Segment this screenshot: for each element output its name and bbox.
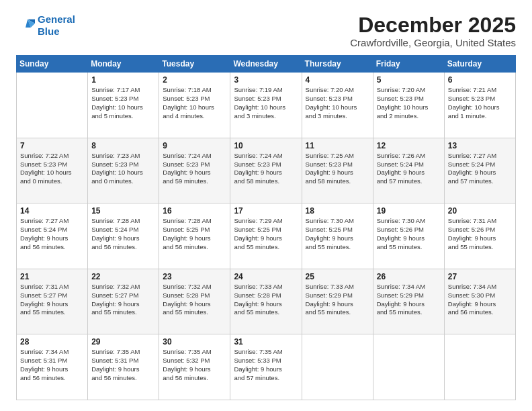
cell-content: Sunrise: 7:26 AM Sunset: 5:24 PM Dayligh… — [377, 152, 441, 186]
calendar-cell: 7Sunrise: 7:22 AM Sunset: 5:23 PM Daylig… — [17, 138, 88, 203]
calendar-cell — [373, 334, 444, 400]
day-number: 20 — [448, 206, 512, 216]
calendar-cell: 21Sunrise: 7:31 AM Sunset: 5:27 PM Dayli… — [17, 269, 88, 334]
calendar-cell: 10Sunrise: 7:24 AM Sunset: 5:23 PM Dayli… — [230, 138, 302, 203]
calendar-cell: 4Sunrise: 7:20 AM Sunset: 5:23 PM Daylig… — [302, 73, 373, 138]
day-number: 8 — [91, 141, 155, 150]
calendar-cell: 15Sunrise: 7:28 AM Sunset: 5:24 PM Dayli… — [88, 203, 159, 269]
calendar-cell: 25Sunrise: 7:33 AM Sunset: 5:29 PM Dayli… — [302, 269, 373, 334]
day-number: 21 — [20, 272, 84, 281]
logo-line2: Blue — [38, 26, 60, 37]
calendar-cell — [17, 73, 88, 138]
cell-content: Sunrise: 7:30 AM Sunset: 5:26 PM Dayligh… — [377, 217, 441, 251]
calendar-cell: 5Sunrise: 7:20 AM Sunset: 5:23 PM Daylig… — [373, 73, 444, 138]
calendar-cell: 31Sunrise: 7:35 AM Sunset: 5:33 PM Dayli… — [230, 334, 302, 400]
day-number: 10 — [234, 141, 298, 150]
cell-content: Sunrise: 7:27 AM Sunset: 5:24 PM Dayligh… — [448, 152, 512, 186]
page-subtitle: Crawfordville, Georgia, United States — [350, 37, 516, 48]
cell-content: Sunrise: 7:18 AM Sunset: 5:23 PM Dayligh… — [163, 86, 226, 120]
page-title: December 2025 — [350, 13, 516, 37]
calendar-cell — [444, 334, 515, 400]
calendar-cell: 17Sunrise: 7:29 AM Sunset: 5:25 PM Dayli… — [230, 203, 302, 269]
day-number: 22 — [91, 272, 155, 281]
day-number: 19 — [377, 206, 441, 216]
calendar-day-header: Tuesday — [159, 56, 230, 73]
logo-icon — [16, 16, 35, 35]
day-number: 30 — [163, 337, 226, 347]
day-number: 5 — [377, 75, 441, 85]
cell-content: Sunrise: 7:28 AM Sunset: 5:24 PM Dayligh… — [91, 217, 155, 251]
cell-content: Sunrise: 7:27 AM Sunset: 5:24 PM Dayligh… — [20, 217, 84, 251]
calendar-week-row: 28Sunrise: 7:34 AM Sunset: 5:31 PM Dayli… — [17, 334, 516, 400]
calendar-cell: 26Sunrise: 7:34 AM Sunset: 5:29 PM Dayli… — [373, 269, 444, 334]
logo: General Blue — [16, 13, 75, 38]
cell-content: Sunrise: 7:25 AM Sunset: 5:23 PM Dayligh… — [306, 152, 369, 186]
day-number: 7 — [20, 141, 84, 150]
calendar-cell: 27Sunrise: 7:34 AM Sunset: 5:30 PM Dayli… — [444, 269, 515, 334]
calendar-cell: 9Sunrise: 7:24 AM Sunset: 5:23 PM Daylig… — [159, 138, 230, 203]
cell-content: Sunrise: 7:22 AM Sunset: 5:23 PM Dayligh… — [20, 152, 84, 186]
day-number: 15 — [91, 206, 155, 216]
cell-content: Sunrise: 7:28 AM Sunset: 5:25 PM Dayligh… — [163, 217, 226, 251]
day-number: 27 — [448, 272, 512, 281]
cell-content: Sunrise: 7:34 AM Sunset: 5:30 PM Dayligh… — [448, 283, 512, 317]
calendar-cell: 23Sunrise: 7:32 AM Sunset: 5:28 PM Dayli… — [159, 269, 230, 334]
cell-content: Sunrise: 7:19 AM Sunset: 5:23 PM Dayligh… — [234, 86, 298, 120]
day-number: 16 — [163, 206, 226, 216]
page: General Blue December 2025 Crawfordville… — [0, 0, 532, 411]
day-number: 28 — [20, 337, 84, 347]
cell-content: Sunrise: 7:29 AM Sunset: 5:25 PM Dayligh… — [234, 217, 298, 251]
cell-content: Sunrise: 7:20 AM Sunset: 5:23 PM Dayligh… — [377, 86, 441, 120]
calendar-cell: 12Sunrise: 7:26 AM Sunset: 5:24 PM Dayli… — [373, 138, 444, 203]
calendar-cell: 16Sunrise: 7:28 AM Sunset: 5:25 PM Dayli… — [159, 203, 230, 269]
cell-content: Sunrise: 7:32 AM Sunset: 5:28 PM Dayligh… — [163, 283, 226, 317]
day-number: 11 — [306, 141, 369, 150]
cell-content: Sunrise: 7:34 AM Sunset: 5:29 PM Dayligh… — [377, 283, 441, 317]
cell-content: Sunrise: 7:20 AM Sunset: 5:23 PM Dayligh… — [306, 86, 369, 120]
calendar-cell: 13Sunrise: 7:27 AM Sunset: 5:24 PM Dayli… — [444, 138, 515, 203]
calendar-week-row: 7Sunrise: 7:22 AM Sunset: 5:23 PM Daylig… — [17, 138, 516, 203]
day-number: 25 — [306, 272, 369, 281]
calendar-day-header: Sunday — [17, 56, 88, 73]
cell-content: Sunrise: 7:32 AM Sunset: 5:27 PM Dayligh… — [91, 283, 155, 317]
calendar-week-row: 21Sunrise: 7:31 AM Sunset: 5:27 PM Dayli… — [17, 269, 516, 334]
cell-content: Sunrise: 7:21 AM Sunset: 5:23 PM Dayligh… — [448, 86, 512, 120]
logo-text: General Blue — [38, 13, 75, 38]
day-number: 24 — [234, 272, 298, 281]
day-number: 18 — [306, 206, 369, 216]
day-number: 12 — [377, 141, 441, 150]
calendar-cell: 8Sunrise: 7:23 AM Sunset: 5:23 PM Daylig… — [88, 138, 159, 203]
cell-content: Sunrise: 7:31 AM Sunset: 5:26 PM Dayligh… — [448, 217, 512, 251]
day-number: 17 — [234, 206, 298, 216]
day-number: 2 — [163, 75, 226, 85]
calendar-cell — [302, 334, 373, 400]
calendar-cell: 28Sunrise: 7:34 AM Sunset: 5:31 PM Dayli… — [17, 334, 88, 400]
day-number: 14 — [20, 206, 84, 216]
calendar-cell: 14Sunrise: 7:27 AM Sunset: 5:24 PM Dayli… — [17, 203, 88, 269]
calendar-day-header: Friday — [373, 56, 444, 73]
day-number: 13 — [448, 141, 512, 150]
cell-content: Sunrise: 7:31 AM Sunset: 5:27 PM Dayligh… — [20, 283, 84, 317]
calendar-day-header: Saturday — [444, 56, 515, 73]
cell-content: Sunrise: 7:23 AM Sunset: 5:23 PM Dayligh… — [91, 152, 155, 186]
logo-line1: General — [38, 13, 75, 25]
calendar-cell: 29Sunrise: 7:35 AM Sunset: 5:31 PM Dayli… — [88, 334, 159, 400]
cell-content: Sunrise: 7:33 AM Sunset: 5:28 PM Dayligh… — [234, 283, 298, 317]
calendar-cell: 6Sunrise: 7:21 AM Sunset: 5:23 PM Daylig… — [444, 73, 515, 138]
calendar-cell: 1Sunrise: 7:17 AM Sunset: 5:23 PM Daylig… — [88, 73, 159, 138]
cell-content: Sunrise: 7:35 AM Sunset: 5:33 PM Dayligh… — [234, 348, 298, 382]
cell-content: Sunrise: 7:17 AM Sunset: 5:23 PM Dayligh… — [91, 86, 155, 120]
calendar-cell: 18Sunrise: 7:30 AM Sunset: 5:25 PM Dayli… — [302, 203, 373, 269]
cell-content: Sunrise: 7:24 AM Sunset: 5:23 PM Dayligh… — [163, 152, 226, 186]
calendar-week-row: 1Sunrise: 7:17 AM Sunset: 5:23 PM Daylig… — [17, 73, 516, 138]
day-number: 23 — [163, 272, 226, 281]
calendar-cell: 11Sunrise: 7:25 AM Sunset: 5:23 PM Dayli… — [302, 138, 373, 203]
day-number: 26 — [377, 272, 441, 281]
day-number: 1 — [91, 75, 155, 85]
cell-content: Sunrise: 7:35 AM Sunset: 5:32 PM Dayligh… — [163, 348, 226, 382]
calendar-cell: 22Sunrise: 7:32 AM Sunset: 5:27 PM Dayli… — [88, 269, 159, 334]
calendar-cell: 30Sunrise: 7:35 AM Sunset: 5:32 PM Dayli… — [159, 334, 230, 400]
day-number: 3 — [234, 75, 298, 85]
calendar-header-row: SundayMondayTuesdayWednesdayThursdayFrid… — [17, 56, 516, 73]
calendar-day-header: Monday — [88, 56, 159, 73]
